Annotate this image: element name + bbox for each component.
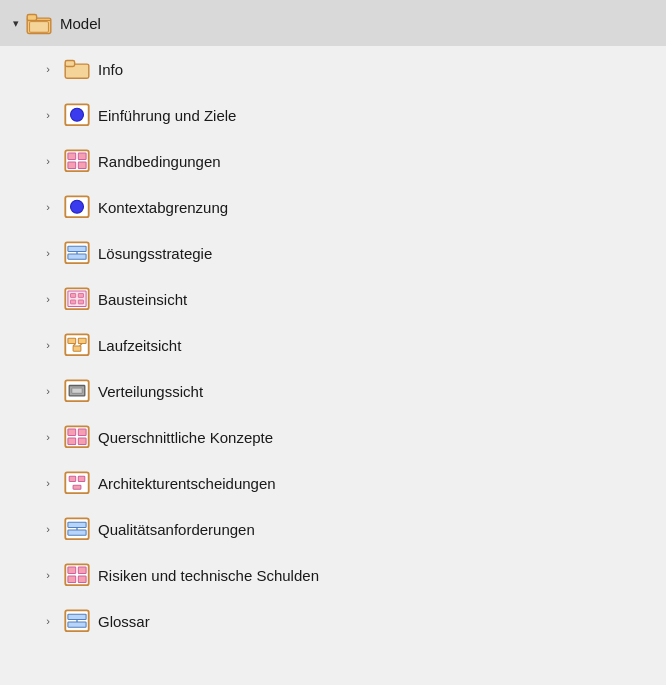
laufzeitsicht-label: Laufzeitsicht [98, 337, 181, 354]
bausteinsicht-label: Bausteinsicht [98, 291, 187, 308]
tree-item-verteilungssicht[interactable]: › Verteilungssicht [0, 368, 666, 414]
svg-rect-37 [78, 438, 86, 444]
diagram-icon-loesungsstrategie [64, 240, 90, 266]
svg-rect-26 [78, 338, 86, 343]
svg-rect-41 [73, 486, 81, 490]
chevron-glossar: › [38, 611, 58, 631]
svg-rect-32 [72, 388, 82, 393]
svg-rect-24 [65, 335, 88, 356]
chevron-randbedingungen: › [38, 151, 58, 171]
verteilungssicht-label: Verteilungssicht [98, 383, 203, 400]
svg-rect-53 [68, 622, 86, 627]
svg-rect-49 [68, 576, 76, 582]
diagram-icon-glossar [64, 608, 90, 634]
diagram-icon-laufzeitsicht [64, 332, 90, 358]
diagram-icon-verteilungssicht [64, 378, 90, 404]
svg-rect-15 [68, 246, 86, 251]
chevron-qualitaetsanforderungen: › [38, 519, 58, 539]
svg-rect-27 [73, 346, 81, 351]
tree-item-querschnittliche[interactable]: › Querschnittliche Konzepte [0, 414, 666, 460]
qualitaetsanforderungen-label: Qualitätsanforderungen [98, 521, 255, 538]
svg-rect-50 [78, 576, 86, 582]
svg-rect-38 [65, 473, 88, 494]
randbedingungen-label: Randbedingungen [98, 153, 221, 170]
einfuehrung-label: Einführung und Ziele [98, 107, 236, 124]
tree-item-randbedingungen[interactable]: › Randbedingungen [0, 138, 666, 184]
info-label: Info [98, 61, 123, 78]
risiken-label: Risiken und technische Schulden [98, 567, 319, 584]
chevron-einfuehrung: › [38, 105, 58, 125]
diagram-icon-querschnittliche [64, 424, 90, 450]
folder-icon-info [64, 56, 90, 82]
chevron-info: › [38, 59, 58, 79]
glossar-label: Glossar [98, 613, 150, 630]
svg-rect-10 [68, 162, 76, 168]
chevron-verteilungssicht: › [38, 381, 58, 401]
model-label: Model [60, 15, 101, 32]
svg-rect-47 [68, 567, 76, 573]
diagram-icon-architekturentscheidungen [64, 470, 90, 496]
svg-rect-43 [68, 522, 86, 527]
tree-item-bausteinsicht[interactable]: › Bausteinsicht [0, 276, 666, 322]
svg-rect-8 [68, 153, 76, 159]
tree-container: ▾ Model › Info [0, 0, 666, 685]
svg-rect-36 [68, 438, 76, 444]
diagram-icon-risiken [64, 562, 90, 588]
svg-rect-48 [78, 567, 86, 573]
diagram-icon-randbedingungen [64, 148, 90, 174]
diagram-icon-qualitaetsanforderungen [64, 516, 90, 542]
tree-item-einfuehrung[interactable]: › Einführung und Ziele [0, 92, 666, 138]
svg-rect-1 [27, 15, 36, 21]
svg-rect-9 [78, 153, 86, 159]
tree-item-kontextabgrenzung[interactable]: › Kontextabgrenzung [0, 184, 666, 230]
architekturentscheidungen-label: Architekturentscheidungen [98, 475, 276, 492]
chevron-bausteinsicht: › [38, 289, 58, 309]
svg-rect-20 [71, 294, 76, 298]
chevron-laufzeitsicht: › [38, 335, 58, 355]
chevron-model: ▾ [6, 13, 26, 33]
svg-rect-23 [78, 300, 83, 304]
loesungsstrategie-label: Lösungsstrategie [98, 245, 212, 262]
svg-point-13 [71, 200, 84, 213]
svg-rect-40 [78, 476, 84, 481]
folder-open-icon [26, 10, 52, 36]
svg-point-6 [71, 108, 84, 121]
svg-rect-22 [71, 300, 76, 304]
diagram-icon-kontextabgrenzung [64, 194, 90, 220]
tree-item-risiken[interactable]: › Risiken und technische Schulden [0, 552, 666, 598]
chevron-querschnittliche: › [38, 427, 58, 447]
chevron-risiken: › [38, 565, 58, 585]
tree-item-qualitaetsanforderungen[interactable]: › Qualitätsanforderungen [0, 506, 666, 552]
chevron-loesungsstrategie: › [38, 243, 58, 263]
chevron-kontextabgrenzung: › [38, 197, 58, 217]
diagram-icon-einfuehrung [64, 102, 90, 128]
svg-rect-34 [68, 429, 76, 435]
svg-rect-25 [68, 338, 76, 343]
kontextabgrenzung-label: Kontextabgrenzung [98, 199, 228, 216]
tree-item-glossar[interactable]: › Glossar [0, 598, 666, 644]
svg-rect-39 [69, 476, 75, 481]
tree-item-architekturentscheidungen[interactable]: › Architekturentscheidungen [0, 460, 666, 506]
tree-root: ▾ Model › Info [0, 0, 666, 644]
svg-rect-21 [78, 294, 83, 298]
svg-rect-11 [78, 162, 86, 168]
svg-rect-2 [30, 22, 49, 33]
svg-rect-16 [68, 254, 86, 259]
tree-item-info[interactable]: › Info [0, 46, 666, 92]
svg-rect-35 [78, 429, 86, 435]
tree-item-model[interactable]: ▾ Model [0, 0, 666, 46]
tree-item-laufzeitsicht[interactable]: › Laufzeitsicht [0, 322, 666, 368]
querschnittliche-label: Querschnittliche Konzepte [98, 429, 273, 446]
chevron-architekturentscheidungen: › [38, 473, 58, 493]
svg-rect-44 [68, 530, 86, 535]
svg-rect-4 [65, 61, 74, 67]
diagram-icon-bausteinsicht [64, 286, 90, 312]
tree-item-loesungsstrategie[interactable]: › Lösungsstrategie [0, 230, 666, 276]
svg-rect-52 [68, 614, 86, 619]
